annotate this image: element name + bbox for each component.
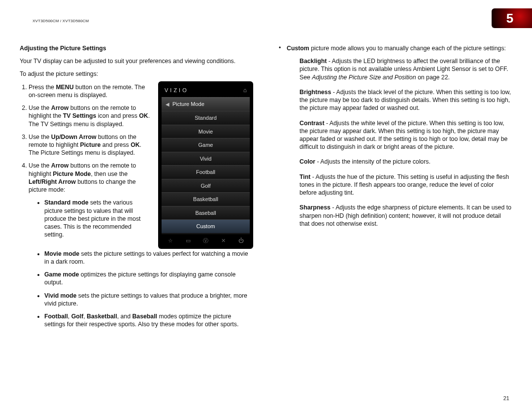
tv-row: Golf	[162, 179, 250, 193]
section-heading: Adjusting the Picture Settings	[20, 44, 253, 52]
v-icon: Ⓥ	[202, 237, 209, 244]
tv-menu-title: Picture Mode	[172, 101, 204, 108]
tv-row: Football	[162, 165, 250, 179]
step-4: Use the Arrow buttons on the remote to h…	[29, 162, 151, 239]
right-column: • Custom picture mode allows you to manu…	[279, 44, 512, 333]
tv-row: Movie	[162, 125, 250, 138]
bullet-marker: •	[279, 44, 287, 57]
star-icon: ☆	[167, 237, 174, 244]
steps-list: Press the MENU button on the remote. The…	[20, 83, 151, 239]
page-number: 21	[503, 395, 509, 401]
back-icon: ◀	[166, 101, 169, 107]
tv-menu-title-row: ◀ Picture Mode	[162, 97, 250, 111]
mode-movie: Movie mode sets the picture settings to …	[44, 250, 253, 266]
tv-row: Standard	[162, 111, 250, 125]
def-tint: Tint - Adjusts the hue of the picture. T…	[299, 173, 512, 197]
def-backlight: Backlight - Adjusts the LED brightness t…	[299, 57, 512, 81]
tv-row-selected: Custom	[162, 219, 250, 233]
step-2: Use the Arrow buttons on the remote to h…	[29, 104, 151, 128]
close-icon: ✕	[220, 237, 227, 244]
tv-row: Game	[162, 138, 250, 152]
tv-bottom-bar: ☆ ▭ Ⓥ ✕ ⏻	[162, 234, 250, 245]
def-contrast: Contrast - Adjusts the white level of th…	[299, 119, 512, 151]
tv-row: Basketball	[162, 192, 250, 206]
def-color: Color - Adjusts the intensity of the pic…	[299, 158, 512, 166]
mode-game: Game mode optimizes the picture settings…	[44, 271, 253, 286]
grid-icon: ▭	[185, 237, 192, 244]
mode-vivid: Vivid mode sets the picture settings to …	[44, 292, 253, 308]
def-sharpness: Sharpness - Adjusts the edge sharpness o…	[299, 204, 512, 228]
lead-text: To adjust the picture settings:	[20, 70, 253, 78]
chapter-tab: 5	[492, 8, 532, 28]
custom-intro: Custom picture mode allows you to manual…	[287, 44, 506, 52]
mode-sports: Football, Golf, Basketball, and Baseball…	[44, 312, 253, 328]
tv-menu-figure: VIZIO ⌂ ◀ Picture Mode Standard Movie Ga…	[158, 81, 253, 249]
tv-brand: VIZIO	[165, 87, 189, 94]
home-icon: ⌂	[243, 87, 247, 95]
tv-row: Vivid	[162, 152, 250, 166]
step-1: Press the MENU button on the remote. The…	[29, 83, 151, 99]
intro-text: Your TV display can be adjusted to suit …	[20, 57, 253, 65]
step-3: Use the Up/Down Arrow buttons on the rem…	[29, 133, 151, 157]
power-icon: ⏻	[237, 237, 244, 244]
left-column: Adjusting the Picture Settings Your TV d…	[20, 44, 253, 333]
def-brightness: Brightness - Adjusts the black level of …	[299, 88, 512, 112]
header-model: XVT3D500CM / XVT3D580CM	[33, 19, 89, 23]
tv-row: Baseball	[162, 206, 250, 220]
mode-standard: Standard mode sets the various picture s…	[44, 199, 151, 239]
